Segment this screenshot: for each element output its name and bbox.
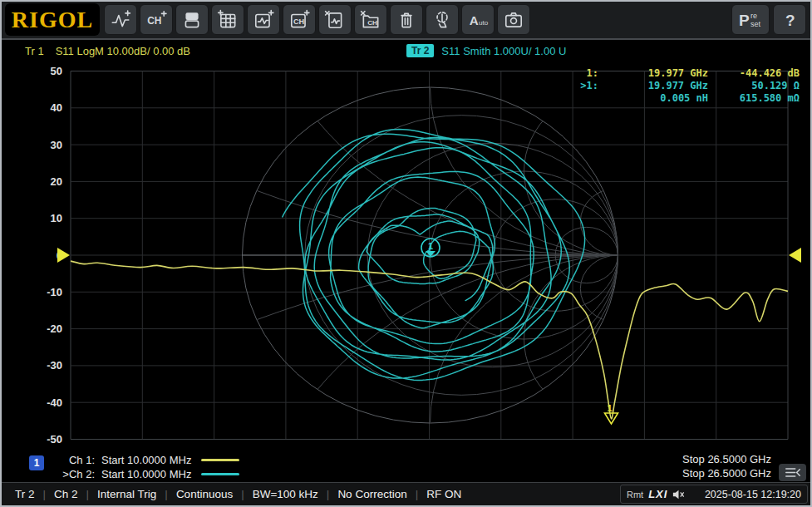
svg-text:CH: CH [147,15,161,27]
stop-frequency: Stop 26.5000 GHz [682,467,771,480]
status-segments: Tr 2|Ch 2|Internal Trig|Continuous|BW=10… [15,488,461,500]
remote-indicator: Rmt [627,490,643,500]
help-question-icon: ? [785,12,795,29]
status-segment[interactable]: Continuous [176,488,233,500]
channel-plus-icon: CH [145,9,167,31]
menu-collapse-icon [784,466,802,479]
camera-icon [503,9,524,31]
status-segment[interactable]: Tr 2 [15,488,35,500]
rigol-logo: RIGOL [5,3,100,36]
delete-channel-button[interactable]: CH [354,4,387,35]
trace-color-swatch [201,459,239,461]
preset-re: re [750,12,757,20]
touch-button[interactable] [426,4,459,35]
marker-readout-row: 0.005 nH615.580 mΩ [565,92,800,105]
add-trace-button[interactable] [104,4,137,35]
status-segment[interactable]: Internal Trig [97,488,156,500]
y-axis-label: -30 [47,359,62,372]
y-axis-label: -20 [47,322,62,335]
touch-icon [431,9,453,31]
svg-text:CH: CH [293,17,305,25]
screenshot-button[interactable] [497,4,530,35]
auto-scale-button[interactable]: Auto [461,4,495,35]
y-axis-label: -40 [47,396,62,409]
y-axis-label: 50 [51,65,62,77]
toolbar-separator [2,38,810,40]
folder-ch-x-icon: CH [360,9,381,31]
add-channel-button[interactable]: CH [140,4,173,35]
preset-set: set [750,20,761,28]
toolbar-right-buttons: P re set ? [731,4,806,35]
table-plus-icon [217,9,239,31]
status-bar: Tr 2|Ch 2|Internal Trig|Continuous|BW=10… [2,482,810,505]
box-wave-plus-icon [253,9,274,31]
channel-bar: 1 Ch 1:Start 10.0000 MHzStop 26.5000 GHz… [2,450,810,481]
plot-area[interactable]: 50403020100-10-20-30-40-5011 [2,63,812,452]
trace-info-bar: Tr 1S11 LogM 10.00dB/ 0.00 dB Tr 2 S11 S… [2,42,810,61]
svg-text:A: A [470,12,479,27]
menu-collapse-button[interactable] [779,464,806,481]
stop-frequency: Stop 26.5000 GHz [682,453,771,466]
lxi-logo: LXI [648,488,667,500]
copy-trace-button[interactable] [247,4,280,35]
channel1-badge[interactable]: 1 [29,455,44,470]
y-axis-label: -50 [47,433,62,445]
ref-level-marker-left[interactable] [57,248,70,263]
trace-color-swatch [201,473,239,475]
y-axis-label: -10 [47,286,62,298]
status-segment[interactable]: BW=100 kHz [253,488,318,500]
help-button[interactable]: ? [773,4,806,35]
svg-text:CH: CH [367,18,377,26]
datetime: 2025-08-15 12:19:20 [705,489,801,500]
window-layout-button[interactable] [175,4,209,35]
trace2-info[interactable]: Tr 2 S11 Smith 1.000U/ 1.00 U [406,44,566,57]
mute-icon[interactable] [672,489,685,500]
marker-readout: 1:19.977 GHz-44.426 dB>1:19.977 GHz50.12… [565,67,800,105]
channel-info-row[interactable]: >Ch 2:Start 10.0000 MHz [52,467,239,480]
svg-text:uto: uto [479,18,489,26]
trace1-label: Tr 1 [25,45,44,57]
ref-level-marker-right[interactable] [789,248,801,263]
delete-button[interactable] [390,4,423,35]
delete-trace-button[interactable] [318,4,352,35]
status-segment[interactable]: Ch 2 [54,488,78,500]
preset-p: P [739,12,750,29]
page-wave-x-icon [324,9,346,31]
box-ch-plus-icon: CH [288,9,310,31]
marker-readout-row: 1:19.977 GHz-44.426 dB [565,67,800,80]
auto-icon: Auto [467,9,489,31]
marker1-trace2-label: 1 [428,241,433,251]
trace1-settings: S11 LogM 10.00dB/ 0.00 dB [56,45,190,57]
status-segment[interactable]: No Correction [337,488,406,500]
trace2-active-badge: Tr 2 [406,44,434,57]
y-axis-label: 40 [51,101,62,114]
marker1-trace1-label: 1 [607,403,612,413]
status-segment[interactable]: RF ON [426,488,461,500]
marker1-trace2[interactable]: 1 [421,239,440,257]
preset-button[interactable]: P re set [731,4,770,35]
waveform-plus-icon [110,9,131,31]
trace2-settings: S11 Smith 1.000U/ 1.00 U [441,45,566,57]
toolbar-buttons: CHCHCHAuto [104,4,530,35]
status-right-panel: Rmt LXI 2025-08-15 12:19:20 [620,485,808,504]
toolbar: RIGOL CHCHCHAuto P re set ? [2,2,810,38]
trash-icon [396,9,417,31]
vna-screen: RIGOL CHCHCHAuto P re set ? Tr 1S11 LogM… [0,0,812,507]
marker-readout-row: >1:19.977 GHz50.129 Ω [565,80,800,92]
trace1-info[interactable]: Tr 1S11 LogM 10.00dB/ 0.00 dB [25,45,190,57]
channel-info-row[interactable]: Ch 1:Start 10.0000 MHz [52,453,239,466]
y-axis-label: 30 [51,139,62,151]
y-axis-label: 10 [51,212,62,224]
copy-channel-button[interactable]: CH [283,4,316,35]
smith-grid [2,63,812,452]
meas-table-button[interactable] [211,4,244,35]
windows-icon [181,9,203,31]
y-axis-label: 20 [51,175,62,188]
